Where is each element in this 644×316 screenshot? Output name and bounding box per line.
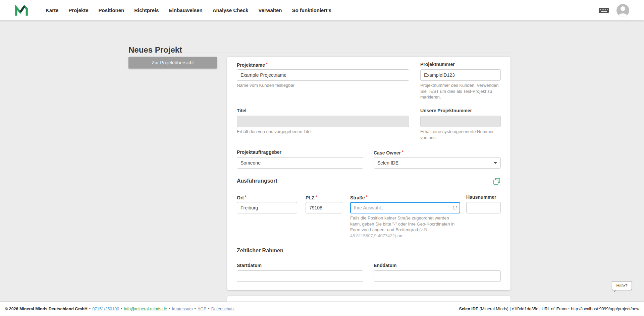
case-owner-label: Case Owner* [374, 149, 501, 155]
projektnummer-input[interactable] [420, 69, 501, 81]
strasse-label: Straße* [350, 194, 460, 200]
required-asterisk: * [266, 62, 268, 67]
footer-email-link[interactable]: info@mineral-minds.de [124, 307, 167, 311]
footer: © 2026 Mineral Minds Deutschland GmbH • … [0, 302, 644, 316]
page-title: Neues Projekt [128, 45, 182, 55]
field-plz: PLZ* [306, 194, 342, 213]
nav-item-verwalten[interactable]: Verwalten [258, 7, 282, 13]
field-projektname: Projektname* Name vom Kunden festlegbar [237, 61, 409, 88]
top-navbar: Karte Projekte Positionen Richtpreis Ein… [0, 0, 644, 20]
user-avatar[interactable] [616, 4, 629, 17]
section-zeitlicher-rahmen: Zeitlicher Rahmen [237, 248, 283, 254]
duplicate-icon[interactable] [493, 177, 501, 185]
hausnummer-input[interactable] [466, 202, 501, 213]
footer-separator: • [169, 307, 170, 311]
field-projektauftraggeber: Projektauftraggeber [237, 149, 363, 169]
projektname-input[interactable] [237, 69, 409, 81]
new-project-form-card: Projektname* Name vom Kunden festlegbar … [227, 57, 511, 290]
nav-item-einbauweisen[interactable]: Einbauweisen [169, 7, 203, 13]
titel-input [237, 116, 409, 127]
footer-left: © 2026 Mineral Minds Deutschland GmbH • … [5, 307, 234, 311]
nav-item-richtpreis[interactable]: Richtpreis [134, 7, 159, 13]
unsere-projektnummer-input [420, 116, 501, 127]
nav-item-so-funktionierts[interactable]: So funktioniert's [292, 7, 331, 13]
enddatum-label: Enddatum [374, 262, 501, 268]
footer-separator: • [121, 307, 122, 311]
startdatum-input[interactable] [237, 270, 363, 282]
field-strasse: Straße* Falls die Position keiner Straße… [350, 194, 460, 239]
footer-phone-link[interactable]: 07151/250100 [92, 307, 119, 311]
plz-input[interactable] [306, 202, 342, 213]
footer-agb-link[interactable]: AGB [198, 307, 206, 311]
titel-helper: Erhält den von uns vorgegebenen Titel. [237, 129, 409, 135]
nav-item-karte[interactable]: Karte [46, 7, 58, 13]
unsere-projektnummer-label: Unsere Projektnummer [420, 108, 501, 114]
title-divider [128, 53, 511, 53]
logo-m-icon [14, 3, 29, 17]
field-unsere-projektnummer: Unsere Projektnummer Erhält eine systemg… [420, 108, 501, 140]
plz-label: PLZ* [306, 194, 342, 200]
field-titel: Titel Erhält den von uns vorgegebenen Ti… [237, 108, 409, 135]
chevron-down-icon [494, 162, 497, 164]
strasse-input[interactable] [350, 202, 460, 213]
required-asterisk: * [245, 195, 247, 199]
keyboard-icon[interactable] [598, 7, 609, 14]
titel-label: Titel [237, 108, 409, 114]
footer-separator: • [89, 307, 91, 311]
required-asterisk: * [366, 195, 368, 199]
case-owner-selected-value: Selen IDE [377, 160, 398, 166]
nav-item-positionen[interactable]: Positionen [99, 7, 124, 13]
help-button[interactable]: Hilfe? [612, 281, 632, 290]
ort-input[interactable] [237, 202, 297, 213]
footer-session-details: (Mineral Minds) | c1f0dd1da35c | URL of … [478, 307, 639, 311]
field-enddatum: Enddatum [374, 262, 501, 282]
required-asterisk: * [402, 150, 404, 154]
footer-session-info: Selen IDE (Mineral Minds) | c1f0dd1da35c… [459, 307, 639, 311]
footer-datenschutz-link[interactable]: Datenschutz [211, 307, 234, 311]
projektnummer-label: Projektnummer [420, 61, 501, 67]
section-ausfuehrungsort: Ausführungsort [237, 178, 277, 184]
project-overview-button[interactable]: Zur Projektübersicht [128, 57, 217, 68]
projektauftraggeber-input[interactable] [237, 157, 363, 169]
startdatum-label: Startdatum [237, 262, 363, 268]
strasse-helper: Falls die Position keiner Straße zugeord… [350, 215, 460, 239]
projektname-helper: Name vom Kunden festlegbar [237, 82, 409, 88]
field-ort: Ort* [237, 194, 297, 213]
footer-separator: • [208, 307, 209, 311]
section-divider [237, 189, 501, 189]
projektauftraggeber-label: Projektauftraggeber [237, 149, 363, 155]
nav-item-analyse-check[interactable]: Analyse Check [213, 7, 249, 13]
enddatum-input[interactable] [374, 270, 501, 282]
strasse-input-wrapper [350, 202, 460, 213]
footer-separator: • [194, 307, 196, 311]
field-hausnummer: Hausnummer [466, 194, 501, 213]
nav-item-projekte[interactable]: Projekte [68, 7, 88, 13]
projektname-label: Projektname* [237, 61, 409, 67]
mineral-minds-logo[interactable] [14, 3, 29, 18]
section-divider [237, 258, 501, 258]
main-navigation: Karte Projekte Positionen Richtpreis Ein… [46, 7, 331, 13]
ort-label: Ort* [237, 194, 297, 200]
case-owner-select[interactable]: Selen IDE [374, 157, 501, 169]
footer-impressum-link[interactable]: Impressum [172, 307, 193, 311]
footer-user-name: Selen IDE [459, 307, 478, 311]
hausnummer-label: Hausnummer [466, 194, 501, 200]
unsere-projektnummer-helper: Erhält eine systemgenerierte Nummer von … [420, 129, 501, 140]
field-projektnummer: Projektnummer Projektnummer des Kunden. … [420, 61, 501, 100]
next-card-partial [227, 296, 511, 302]
loading-spinner-icon [453, 205, 457, 210]
projektnummer-helper: Projektnummer des Kunden. Verwenden Sie … [420, 82, 501, 100]
field-startdatum: Startdatum [237, 262, 363, 282]
field-case-owner: Case Owner* Selen IDE [374, 149, 501, 169]
required-asterisk: * [315, 195, 317, 199]
footer-copyright: © 2026 Mineral Minds Deutschland GmbH [5, 307, 88, 311]
navbar-right-actions [598, 4, 629, 17]
